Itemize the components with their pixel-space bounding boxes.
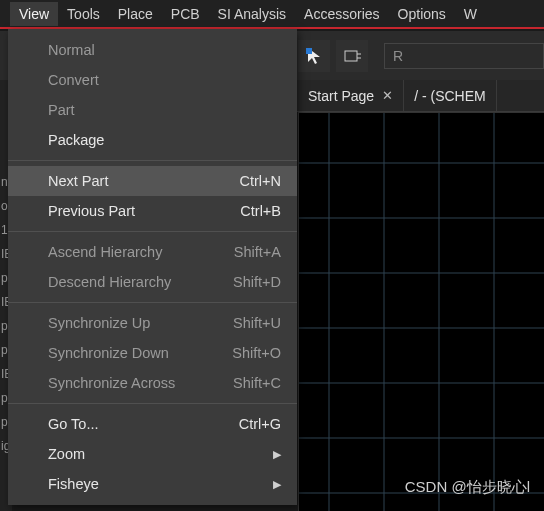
menu-shortcut: Ctrl+N bbox=[240, 173, 282, 189]
menu-item-package[interactable]: Package bbox=[8, 125, 297, 155]
menu-item-label: Part bbox=[48, 102, 75, 118]
menu-pcb[interactable]: PCB bbox=[162, 2, 209, 26]
menu-shortcut: Shift+O bbox=[232, 345, 281, 361]
menu-item-label: Convert bbox=[48, 72, 99, 88]
menu-shortcut: Shift+U bbox=[233, 315, 281, 331]
menu-item-part: Part bbox=[8, 95, 297, 125]
menu-item-label: Ascend Hierarchy bbox=[48, 244, 162, 260]
view-dropdown: NormalConvertPartPackageNext PartCtrl+NP… bbox=[8, 29, 297, 505]
menu-item-next-part[interactable]: Next PartCtrl+N bbox=[8, 166, 297, 196]
menu-shortcut: Ctrl+G bbox=[239, 416, 281, 432]
menu-separator bbox=[8, 231, 297, 232]
menu-item-fisheye[interactable]: Fisheye▶ bbox=[8, 469, 297, 499]
menu-tools[interactable]: Tools bbox=[58, 2, 109, 26]
menu-item-label: Package bbox=[48, 132, 104, 148]
menubar: View Tools Place PCB SI Analysis Accesso… bbox=[0, 0, 544, 29]
menu-item-synchronize-up: Synchronize UpShift+U bbox=[8, 308, 297, 338]
menu-separator bbox=[8, 160, 297, 161]
menu-item-label: Synchronize Up bbox=[48, 315, 150, 331]
menu-shortcut: Shift+C bbox=[233, 375, 281, 391]
svg-rect-2 bbox=[345, 51, 357, 61]
watermark: CSDN @怡步晓心l bbox=[405, 478, 530, 497]
menu-item-label: Fisheye bbox=[48, 476, 99, 492]
menu-item-label: Go To... bbox=[48, 416, 99, 432]
tab-schematic[interactable]: / - (SCHEM bbox=[404, 80, 497, 111]
menu-shortcut: Shift+A bbox=[234, 244, 281, 260]
search-input[interactable]: R bbox=[384, 43, 544, 69]
menu-si-analysis[interactable]: SI Analysis bbox=[209, 2, 295, 26]
menu-item-label: Synchronize Across bbox=[48, 375, 175, 391]
grid bbox=[299, 113, 544, 511]
menu-item-previous-part[interactable]: Previous PartCtrl+B bbox=[8, 196, 297, 226]
menu-separator bbox=[8, 403, 297, 404]
close-icon[interactable]: ✕ bbox=[382, 88, 393, 103]
menu-item-synchronize-down: Synchronize DownShift+O bbox=[8, 338, 297, 368]
schematic-canvas[interactable] bbox=[298, 112, 544, 511]
menu-options[interactable]: Options bbox=[389, 2, 455, 26]
menu-item-label: Previous Part bbox=[48, 203, 135, 219]
cursor-icon[interactable] bbox=[298, 40, 330, 72]
menu-item-label: Normal bbox=[48, 42, 95, 58]
tab-label: / - (SCHEM bbox=[414, 88, 486, 104]
search-placeholder: R bbox=[393, 48, 403, 64]
menu-item-zoom[interactable]: Zoom▶ bbox=[8, 439, 297, 469]
menu-item-label: Zoom bbox=[48, 446, 85, 462]
part-icon[interactable] bbox=[336, 40, 368, 72]
menu-item-ascend-hierarchy: Ascend HierarchyShift+A bbox=[8, 237, 297, 267]
chevron-right-icon: ▶ bbox=[273, 478, 281, 491]
menu-item-convert: Convert bbox=[8, 65, 297, 95]
menu-separator bbox=[8, 302, 297, 303]
menu-item-normal: Normal bbox=[8, 35, 297, 65]
tab-start-page[interactable]: Start Page ✕ bbox=[298, 80, 404, 111]
tab-label: Start Page bbox=[308, 88, 374, 104]
svg-rect-1 bbox=[306, 48, 312, 54]
menu-shortcut: Ctrl+B bbox=[240, 203, 281, 219]
menu-item-descend-hierarchy: Descend HierarchyShift+D bbox=[8, 267, 297, 297]
menu-place[interactable]: Place bbox=[109, 2, 162, 26]
menu-cut[interactable]: W bbox=[455, 2, 486, 26]
menu-item-go-to[interactable]: Go To...Ctrl+G bbox=[8, 409, 297, 439]
menu-shortcut: Shift+D bbox=[233, 274, 281, 290]
menu-item-synchronize-across: Synchronize AcrossShift+C bbox=[8, 368, 297, 398]
menu-accessories[interactable]: Accessories bbox=[295, 2, 388, 26]
menu-item-label: Descend Hierarchy bbox=[48, 274, 171, 290]
menu-view[interactable]: View bbox=[10, 2, 58, 26]
menu-item-label: Next Part bbox=[48, 173, 108, 189]
menu-item-label: Synchronize Down bbox=[48, 345, 169, 361]
chevron-right-icon: ▶ bbox=[273, 448, 281, 461]
